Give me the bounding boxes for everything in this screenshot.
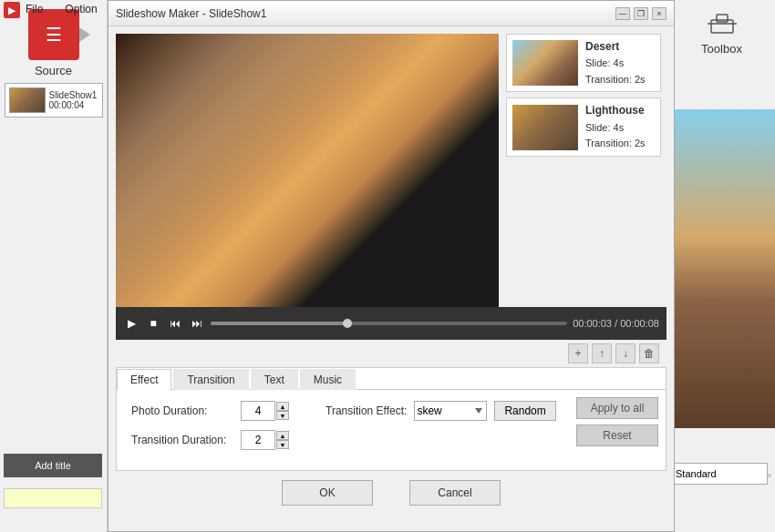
photo-duration-up[interactable]: ▲ xyxy=(276,402,289,411)
source-arrow xyxy=(79,27,90,42)
slide-info-left: SlideShow1 00:00:04 xyxy=(49,90,98,110)
tab-music[interactable]: Music xyxy=(300,369,356,390)
reset-button[interactable]: Reset xyxy=(576,425,658,446)
time-current: 00:00:03 xyxy=(573,318,612,329)
ok-button[interactable]: OK xyxy=(282,480,373,506)
dialog-controls: — ❐ × xyxy=(615,7,666,20)
tabs-row: Effect Transition Text Music xyxy=(117,368,666,390)
delete-slide-button[interactable]: 🗑 xyxy=(639,343,659,363)
slide-title-1: Desert xyxy=(585,38,646,56)
slide-thumb-lighthouse xyxy=(512,105,578,150)
source-label: Source xyxy=(35,64,72,77)
photo-duration-spinner: ▲ ▼ xyxy=(276,402,289,420)
standard-select[interactable]: Standard xyxy=(671,463,768,485)
tab-transition[interactable]: Transition xyxy=(173,369,248,390)
add-slide-button[interactable]: + xyxy=(568,343,588,363)
photo-duration-input[interactable] xyxy=(241,401,275,421)
title-input[interactable] xyxy=(4,488,102,508)
right-panel: Toolbox 🔊 Standard xyxy=(667,0,775,532)
tab-content: Photo Duration: ▲ ▼ Transition Effect: s… xyxy=(117,390,666,470)
time-separator: / xyxy=(612,318,620,329)
time-total: 00:00:08 xyxy=(620,318,659,329)
photo-duration-row: Photo Duration: ▲ ▼ Transition Effect: s… xyxy=(131,401,651,421)
close-button[interactable]: × xyxy=(652,7,666,20)
transition-effect-section: Transition Effect: skew Random xyxy=(326,401,556,421)
photo-duration-down[interactable]: ▼ xyxy=(276,411,289,420)
slide-entry-2[interactable]: Lighthouse Slide: 4s Transition: 2s xyxy=(506,97,661,156)
slide-thumb-left-img xyxy=(9,87,46,113)
toolbox-icon xyxy=(700,4,744,40)
transition-duration-down[interactable]: ▼ xyxy=(276,440,289,449)
tab-text[interactable]: Text xyxy=(251,369,298,390)
effect-panel: Effect Transition Text Music Photo Durat… xyxy=(116,367,666,471)
dialog-window: Slideshow Maker - SlideShow1 — ❐ × Deser… xyxy=(108,0,675,532)
slide-title-2: Lighthouse xyxy=(585,102,646,119)
slide-transition-1: Transition: 2s xyxy=(585,72,646,88)
transition-effect-select[interactable]: skew xyxy=(414,401,487,421)
move-up-button[interactable]: ↑ xyxy=(592,343,612,363)
video-overlay xyxy=(116,34,499,307)
progress-thumb xyxy=(343,319,352,328)
apply-to-all-button[interactable]: Apply to all xyxy=(576,397,658,419)
progress-bar[interactable] xyxy=(211,322,567,325)
tab-effect[interactable]: Effect xyxy=(117,369,171,390)
menu-bar: File Option xyxy=(16,0,108,18)
time-display: 00:00:03 / 00:00:08 xyxy=(573,318,659,329)
source-button[interactable]: ☰ Source xyxy=(28,9,79,77)
toolbox-preview-img xyxy=(667,109,775,428)
slide-thumb-desert xyxy=(512,40,578,86)
controls-row: ▶ ■ ⏮ ⏭ 00:00:03 / 00:00:08 xyxy=(116,307,666,340)
slide-transition-2: Transition: 2s xyxy=(585,136,646,152)
right-action-buttons: Apply to all Reset xyxy=(576,397,658,446)
photo-duration-label: Photo Duration: xyxy=(131,404,241,417)
slide-entry-info-1: Desert Slide: 4s Transition: 2s xyxy=(585,38,646,87)
next-button[interactable]: ⏭ xyxy=(189,315,205,332)
slide-name-left: SlideShow1 xyxy=(49,90,98,100)
move-down-button[interactable]: ↓ xyxy=(615,343,636,363)
slide-entry-1[interactable]: Desert Slide: 4s Transition: 2s xyxy=(506,34,661,92)
menu-option[interactable]: Option xyxy=(59,1,102,17)
slide-duration-2: Slide: 4s xyxy=(585,120,646,137)
left-panel: ☰ Source SlideShow1 00:00:04 Add title xyxy=(0,0,108,532)
dialog-title: Slideshow Maker - SlideShow1 xyxy=(116,7,266,20)
slide-entry-info-2: Lighthouse Slide: 4s Transition: 2s xyxy=(585,102,646,151)
svg-rect-1 xyxy=(717,15,728,22)
random-button[interactable]: Random xyxy=(494,401,555,421)
stop-button[interactable]: ■ xyxy=(145,315,161,332)
toolbox-preview xyxy=(667,109,775,428)
slide-duration-1: Slide: 4s xyxy=(585,56,646,72)
menu-file[interactable]: File xyxy=(20,1,48,17)
slide-item-left[interactable]: SlideShow1 00:00:04 xyxy=(5,83,103,118)
play-button[interactable]: ▶ xyxy=(123,315,140,332)
transition-duration-spinner: ▲ ▼ xyxy=(276,431,289,449)
slide-duration-left: 00:00:04 xyxy=(49,100,98,110)
progress-fill xyxy=(211,322,346,325)
transition-effect-label: Transition Effect: xyxy=(326,404,407,417)
toolbox-label: Toolbox xyxy=(701,42,742,56)
restore-button[interactable]: ❐ xyxy=(634,7,648,20)
add-title-button[interactable]: Add title xyxy=(4,454,102,477)
transition-duration-row: Transition Duration: ▲ ▼ xyxy=(131,430,651,450)
transition-duration-up[interactable]: ▲ xyxy=(276,431,289,440)
action-row: + ↑ ↓ 🗑 xyxy=(108,340,674,367)
prev-button[interactable]: ⏮ xyxy=(167,315,183,332)
minimize-button[interactable]: — xyxy=(615,7,630,20)
bottom-row: OK Cancel xyxy=(108,471,674,515)
dialog-titlebar: Slideshow Maker - SlideShow1 — ❐ × xyxy=(108,1,674,26)
slide-list: Desert Slide: 4s Transition: 2s Lighthou… xyxy=(506,34,661,307)
transition-duration-label: Transition Duration: xyxy=(131,434,241,446)
transition-duration-input[interactable] xyxy=(241,430,275,450)
video-player xyxy=(116,34,499,307)
video-area: Desert Slide: 4s Transition: 2s Lighthou… xyxy=(108,26,674,307)
video-content xyxy=(116,34,499,307)
cancel-button[interactable]: Cancel xyxy=(409,480,501,506)
